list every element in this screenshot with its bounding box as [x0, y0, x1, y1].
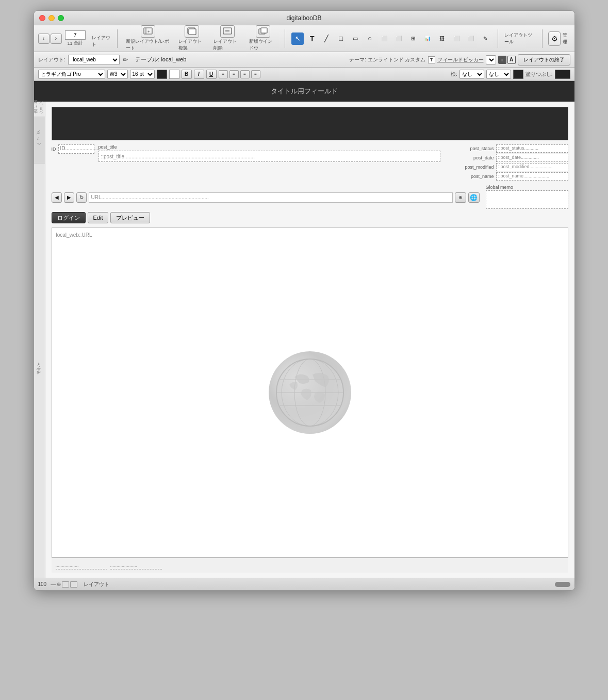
- line-tool[interactable]: ╱: [320, 32, 333, 45]
- side-label-top: 上部ナビゲーション: [34, 102, 45, 117]
- status-bar: 100 — ⊕ レイアウト: [34, 578, 574, 590]
- font-size-select[interactable]: 16 pt: [130, 70, 155, 79]
- rounded-rect-tool[interactable]: ▭: [349, 32, 361, 45]
- end-layout-button[interactable]: レイアウトの終了: [518, 54, 570, 66]
- post-date-input[interactable]: ::post_date..............: [496, 154, 568, 162]
- bold-button[interactable]: B: [182, 70, 192, 79]
- post-modified-input[interactable]: ::post_modified..................: [496, 163, 568, 171]
- title-bar: digitalbooDB: [34, 11, 574, 25]
- align-buttons: ≡ ≡ ≡ ≡: [219, 70, 260, 78]
- post-modified-row: post_modified ::post_modified...........…: [445, 163, 568, 171]
- status-icon1[interactable]: —: [51, 581, 56, 587]
- main-toolbar: ‹ › 11 合計 レイアウト + 新規レイアウト/レポート: [34, 25, 574, 52]
- field-picker-label[interactable]: フィールドピッカー: [437, 56, 484, 63]
- nav-controls: ‹ › 11 合計: [38, 30, 88, 46]
- status-icons: — ⊕: [51, 581, 77, 588]
- url-globe-button[interactable]: 🌐: [468, 192, 480, 203]
- manage-label: 管理: [563, 32, 570, 45]
- back-button[interactable]: ‹: [38, 34, 50, 44]
- new-window-button[interactable]: 新版ウインドウ: [247, 24, 278, 53]
- color-swatch-black2[interactable]: [513, 70, 523, 79]
- global-memo-container: Global memo: [486, 185, 568, 210]
- maximize-button[interactable]: [58, 15, 64, 21]
- align-center-button[interactable]: ≡: [229, 70, 239, 78]
- text-tool[interactable]: T: [306, 32, 318, 45]
- delete-layout-button[interactable]: レイアウト削除: [211, 24, 243, 53]
- align-right-button[interactable]: ≡: [240, 70, 250, 78]
- rect-tool[interactable]: □: [335, 32, 347, 45]
- underline-button[interactable]: U: [206, 70, 217, 79]
- oval-tool[interactable]: ○: [364, 32, 376, 45]
- global-memo-textarea[interactable]: [486, 190, 568, 209]
- record-total-label: 合計: [74, 40, 83, 46]
- traffic-lights: [39, 15, 64, 21]
- align-justify-button[interactable]: ≡: [251, 70, 260, 78]
- cursor-tool[interactable]: ↖: [291, 32, 304, 45]
- post-name-input[interactable]: ::post_name....................: [496, 172, 568, 181]
- copy-layout-button[interactable]: レイアウト複製: [176, 24, 208, 53]
- field-tool[interactable]: ⬜: [378, 32, 390, 45]
- font-family-select[interactable]: ヒラギノ角ゴ Pro: [38, 70, 105, 79]
- gear-button[interactable]: ⚙: [548, 31, 560, 46]
- color-swatch-white[interactable]: [169, 70, 179, 79]
- preview-button[interactable]: プレビュー: [110, 212, 150, 223]
- post-title-input[interactable]: [98, 151, 440, 162]
- title-field-bar: タイトル用フィールド: [34, 81, 574, 102]
- align-left-button[interactable]: ≡: [219, 70, 228, 78]
- info-button[interactable]: i: [498, 56, 506, 64]
- copy-layout-label: レイアウト複製: [178, 38, 206, 52]
- font-weight-select[interactable]: W3: [107, 70, 128, 79]
- field-picker-select[interactable]: [486, 55, 496, 64]
- id-field-input[interactable]: ID........................: [58, 144, 94, 154]
- post-status-input[interactable]: ::post_status...........: [496, 144, 568, 153]
- side-label-body: ボディ: [34, 164, 45, 578]
- footer-field2: .....................: [110, 561, 162, 569]
- new-layout-button[interactable]: + 新規レイアウト/レポート: [124, 24, 172, 53]
- layout-label: レイアウト: [92, 35, 111, 48]
- url-forward-button[interactable]: ▶: [64, 192, 74, 203]
- divider4: [542, 29, 543, 48]
- url-back-button[interactable]: ◀: [52, 192, 62, 203]
- search-select2[interactable]: なし: [486, 70, 511, 79]
- main-window: digitalbooDB ‹ › 11 合計 レイアウト + 新規レイアウト/レ…: [34, 10, 575, 591]
- status-icon2[interactable]: ⊕: [57, 581, 61, 587]
- fill-swatch[interactable]: [555, 70, 570, 79]
- italic-button[interactable]: I: [194, 70, 204, 79]
- post-name-row: post_name ::post_name...................…: [445, 172, 568, 181]
- close-button[interactable]: [39, 15, 45, 21]
- minimize-button[interactable]: [48, 15, 55, 21]
- edit-button[interactable]: Edit: [88, 212, 109, 223]
- tab-tool[interactable]: ⬜: [392, 32, 405, 45]
- right-fields: post_status ::post_status........... pos…: [445, 144, 568, 181]
- web-viewer-tool[interactable]: ⬜: [465, 32, 477, 45]
- layout-label2: レイアウト:: [38, 56, 65, 63]
- table-label: テーブル: local_web: [135, 56, 186, 63]
- record-number-input[interactable]: [65, 30, 86, 40]
- new-layout-icon: +: [141, 25, 155, 38]
- status-icon4[interactable]: [70, 581, 77, 588]
- color-swatch-black[interactable]: [157, 70, 167, 79]
- status-icon3[interactable]: [62, 581, 69, 588]
- theme-icon[interactable]: T: [428, 56, 435, 63]
- search-select1[interactable]: なし: [459, 70, 484, 79]
- chart-tool[interactable]: 📊: [421, 32, 434, 45]
- forward-button[interactable]: ›: [51, 34, 62, 44]
- edit-pencil-icon[interactable]: ✏: [123, 56, 128, 63]
- image-tool[interactable]: 🖼: [436, 32, 448, 45]
- gear-section: ⚙ 管理: [548, 31, 570, 46]
- script-tool[interactable]: ✎: [479, 32, 491, 45]
- fields-row: ID ID........................ post_title…: [52, 144, 568, 181]
- login-button[interactable]: ログイン: [52, 212, 86, 223]
- post-status-label: post_status: [470, 146, 494, 151]
- portal-tool[interactable]: ⊞: [407, 32, 419, 45]
- url-copy-button[interactable]: ⊕: [455, 192, 466, 203]
- format-button[interactable]: A: [507, 56, 516, 64]
- side-label-header: ヘッダ: [34, 117, 45, 164]
- divider2: [285, 29, 285, 48]
- layout-select[interactable]: local_web: [68, 55, 120, 65]
- url-input[interactable]: [89, 192, 453, 203]
- button-tool[interactable]: ⬜: [450, 32, 463, 45]
- svg-rect-8: [261, 28, 267, 33]
- format-toolbar: ヒラギノ角ゴ Pro W3 16 pt B I U ≡ ≡ ≡ ≡ 検: なし …: [34, 68, 574, 81]
- url-reload-button[interactable]: ↻: [76, 192, 87, 203]
